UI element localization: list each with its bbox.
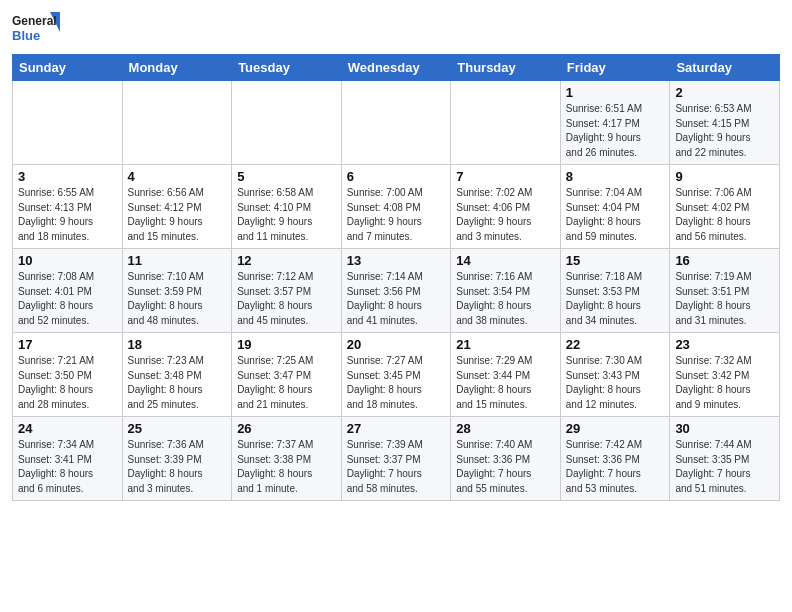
header-row: GeneralBlue <box>12 10 780 48</box>
calendar-header-sunday: Sunday <box>13 55 123 81</box>
calendar-cell <box>122 81 232 165</box>
day-number: 20 <box>347 337 446 352</box>
calendar-cell <box>13 81 123 165</box>
day-info: Sunrise: 7:25 AM Sunset: 3:47 PM Dayligh… <box>237 354 336 412</box>
day-number: 17 <box>18 337 117 352</box>
day-info: Sunrise: 7:16 AM Sunset: 3:54 PM Dayligh… <box>456 270 555 328</box>
day-info: Sunrise: 7:10 AM Sunset: 3:59 PM Dayligh… <box>128 270 227 328</box>
calendar-week-row: 10Sunrise: 7:08 AM Sunset: 4:01 PM Dayli… <box>13 249 780 333</box>
day-number: 16 <box>675 253 774 268</box>
calendar-cell <box>451 81 561 165</box>
calendar-header-row: SundayMondayTuesdayWednesdayThursdayFrid… <box>13 55 780 81</box>
day-info: Sunrise: 7:18 AM Sunset: 3:53 PM Dayligh… <box>566 270 665 328</box>
calendar-cell: 2Sunrise: 6:53 AM Sunset: 4:15 PM Daylig… <box>670 81 780 165</box>
day-number: 5 <box>237 169 336 184</box>
day-number: 26 <box>237 421 336 436</box>
calendar-cell: 16Sunrise: 7:19 AM Sunset: 3:51 PM Dayli… <box>670 249 780 333</box>
day-info: Sunrise: 7:30 AM Sunset: 3:43 PM Dayligh… <box>566 354 665 412</box>
day-number: 21 <box>456 337 555 352</box>
day-info: Sunrise: 7:29 AM Sunset: 3:44 PM Dayligh… <box>456 354 555 412</box>
calendar-cell: 11Sunrise: 7:10 AM Sunset: 3:59 PM Dayli… <box>122 249 232 333</box>
day-number: 6 <box>347 169 446 184</box>
calendar-cell: 25Sunrise: 7:36 AM Sunset: 3:39 PM Dayli… <box>122 417 232 501</box>
calendar-header-friday: Friday <box>560 55 670 81</box>
day-number: 12 <box>237 253 336 268</box>
calendar-header-saturday: Saturday <box>670 55 780 81</box>
day-info: Sunrise: 7:36 AM Sunset: 3:39 PM Dayligh… <box>128 438 227 496</box>
day-number: 23 <box>675 337 774 352</box>
calendar-table: SundayMondayTuesdayWednesdayThursdayFrid… <box>12 54 780 501</box>
calendar-cell: 21Sunrise: 7:29 AM Sunset: 3:44 PM Dayli… <box>451 333 561 417</box>
calendar-cell: 8Sunrise: 7:04 AM Sunset: 4:04 PM Daylig… <box>560 165 670 249</box>
calendar-cell <box>232 81 342 165</box>
calendar-cell: 7Sunrise: 7:02 AM Sunset: 4:06 PM Daylig… <box>451 165 561 249</box>
svg-text:Blue: Blue <box>12 28 40 43</box>
svg-text:General: General <box>12 14 57 28</box>
calendar-cell: 18Sunrise: 7:23 AM Sunset: 3:48 PM Dayli… <box>122 333 232 417</box>
calendar-cell: 22Sunrise: 7:30 AM Sunset: 3:43 PM Dayli… <box>560 333 670 417</box>
day-number: 3 <box>18 169 117 184</box>
calendar-header-thursday: Thursday <box>451 55 561 81</box>
day-number: 4 <box>128 169 227 184</box>
day-info: Sunrise: 7:04 AM Sunset: 4:04 PM Dayligh… <box>566 186 665 244</box>
calendar-cell: 23Sunrise: 7:32 AM Sunset: 3:42 PM Dayli… <box>670 333 780 417</box>
day-number: 13 <box>347 253 446 268</box>
day-info: Sunrise: 7:06 AM Sunset: 4:02 PM Dayligh… <box>675 186 774 244</box>
day-number: 24 <box>18 421 117 436</box>
calendar-week-row: 24Sunrise: 7:34 AM Sunset: 3:41 PM Dayli… <box>13 417 780 501</box>
calendar-cell: 24Sunrise: 7:34 AM Sunset: 3:41 PM Dayli… <box>13 417 123 501</box>
calendar-cell: 13Sunrise: 7:14 AM Sunset: 3:56 PM Dayli… <box>341 249 451 333</box>
day-info: Sunrise: 7:02 AM Sunset: 4:06 PM Dayligh… <box>456 186 555 244</box>
page-container: GeneralBlue SundayMondayTuesdayWednesday… <box>0 0 792 507</box>
day-info: Sunrise: 6:55 AM Sunset: 4:13 PM Dayligh… <box>18 186 117 244</box>
logo-icon: GeneralBlue <box>12 10 62 48</box>
calendar-cell: 26Sunrise: 7:37 AM Sunset: 3:38 PM Dayli… <box>232 417 342 501</box>
day-info: Sunrise: 7:37 AM Sunset: 3:38 PM Dayligh… <box>237 438 336 496</box>
day-number: 9 <box>675 169 774 184</box>
day-info: Sunrise: 7:08 AM Sunset: 4:01 PM Dayligh… <box>18 270 117 328</box>
day-number: 27 <box>347 421 446 436</box>
day-number: 7 <box>456 169 555 184</box>
day-number: 11 <box>128 253 227 268</box>
day-info: Sunrise: 7:32 AM Sunset: 3:42 PM Dayligh… <box>675 354 774 412</box>
calendar-cell: 28Sunrise: 7:40 AM Sunset: 3:36 PM Dayli… <box>451 417 561 501</box>
calendar-cell: 3Sunrise: 6:55 AM Sunset: 4:13 PM Daylig… <box>13 165 123 249</box>
day-number: 8 <box>566 169 665 184</box>
day-info: Sunrise: 7:27 AM Sunset: 3:45 PM Dayligh… <box>347 354 446 412</box>
calendar-cell: 14Sunrise: 7:16 AM Sunset: 3:54 PM Dayli… <box>451 249 561 333</box>
calendar-week-row: 1Sunrise: 6:51 AM Sunset: 4:17 PM Daylig… <box>13 81 780 165</box>
calendar-cell: 19Sunrise: 7:25 AM Sunset: 3:47 PM Dayli… <box>232 333 342 417</box>
calendar-week-row: 17Sunrise: 7:21 AM Sunset: 3:50 PM Dayli… <box>13 333 780 417</box>
day-number: 1 <box>566 85 665 100</box>
calendar-header-tuesday: Tuesday <box>232 55 342 81</box>
day-info: Sunrise: 7:12 AM Sunset: 3:57 PM Dayligh… <box>237 270 336 328</box>
calendar-cell: 9Sunrise: 7:06 AM Sunset: 4:02 PM Daylig… <box>670 165 780 249</box>
calendar-cell: 20Sunrise: 7:27 AM Sunset: 3:45 PM Dayli… <box>341 333 451 417</box>
day-number: 2 <box>675 85 774 100</box>
day-info: Sunrise: 7:34 AM Sunset: 3:41 PM Dayligh… <box>18 438 117 496</box>
calendar-cell: 15Sunrise: 7:18 AM Sunset: 3:53 PM Dayli… <box>560 249 670 333</box>
day-number: 15 <box>566 253 665 268</box>
day-number: 25 <box>128 421 227 436</box>
calendar-header-monday: Monday <box>122 55 232 81</box>
calendar-cell: 29Sunrise: 7:42 AM Sunset: 3:36 PM Dayli… <box>560 417 670 501</box>
day-info: Sunrise: 6:58 AM Sunset: 4:10 PM Dayligh… <box>237 186 336 244</box>
day-info: Sunrise: 7:19 AM Sunset: 3:51 PM Dayligh… <box>675 270 774 328</box>
day-info: Sunrise: 7:42 AM Sunset: 3:36 PM Dayligh… <box>566 438 665 496</box>
day-info: Sunrise: 7:39 AM Sunset: 3:37 PM Dayligh… <box>347 438 446 496</box>
day-info: Sunrise: 7:00 AM Sunset: 4:08 PM Dayligh… <box>347 186 446 244</box>
calendar-cell: 6Sunrise: 7:00 AM Sunset: 4:08 PM Daylig… <box>341 165 451 249</box>
calendar-cell <box>341 81 451 165</box>
day-number: 30 <box>675 421 774 436</box>
day-info: Sunrise: 7:44 AM Sunset: 3:35 PM Dayligh… <box>675 438 774 496</box>
day-number: 29 <box>566 421 665 436</box>
logo: GeneralBlue <box>12 10 62 48</box>
day-number: 10 <box>18 253 117 268</box>
calendar-cell: 5Sunrise: 6:58 AM Sunset: 4:10 PM Daylig… <box>232 165 342 249</box>
calendar-cell: 1Sunrise: 6:51 AM Sunset: 4:17 PM Daylig… <box>560 81 670 165</box>
day-number: 28 <box>456 421 555 436</box>
day-info: Sunrise: 7:40 AM Sunset: 3:36 PM Dayligh… <box>456 438 555 496</box>
day-info: Sunrise: 7:21 AM Sunset: 3:50 PM Dayligh… <box>18 354 117 412</box>
day-number: 14 <box>456 253 555 268</box>
calendar-cell: 30Sunrise: 7:44 AM Sunset: 3:35 PM Dayli… <box>670 417 780 501</box>
